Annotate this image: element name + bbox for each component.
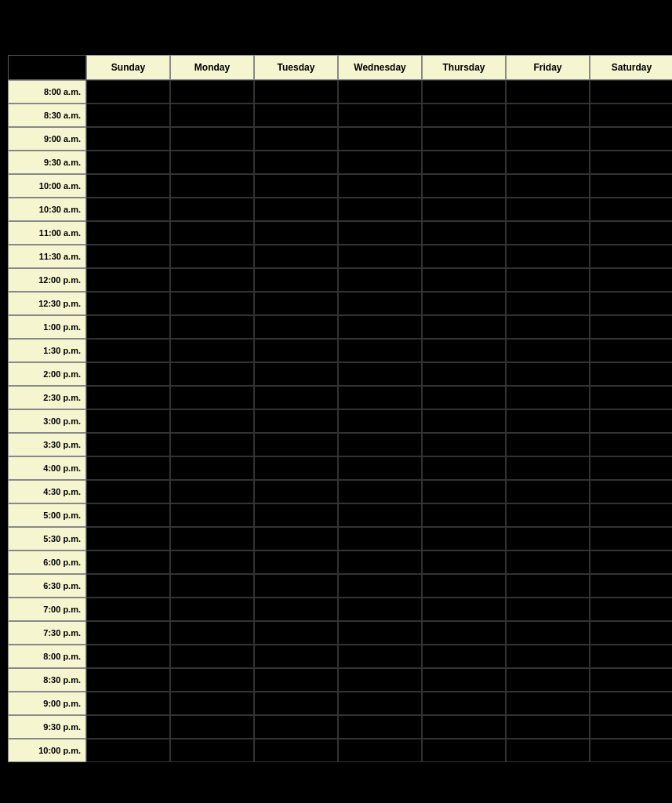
day-time-cell[interactable] <box>254 292 338 315</box>
day-time-cell[interactable] <box>338 480 422 503</box>
day-time-cell[interactable] <box>506 386 590 409</box>
day-time-cell[interactable] <box>86 127 170 151</box>
day-time-cell[interactable] <box>338 621 422 645</box>
day-time-cell[interactable] <box>170 386 254 409</box>
day-time-cell[interactable] <box>86 409 170 433</box>
day-time-cell[interactable] <box>590 292 672 315</box>
day-time-cell[interactable] <box>254 268 338 292</box>
day-time-cell[interactable] <box>254 127 338 151</box>
day-time-cell[interactable] <box>422 739 506 762</box>
day-time-cell[interactable] <box>338 433 422 456</box>
day-time-cell[interactable] <box>422 245 506 268</box>
day-time-cell[interactable] <box>170 409 254 433</box>
day-time-cell[interactable] <box>590 715 672 739</box>
day-time-cell[interactable] <box>86 174 170 198</box>
day-time-cell[interactable] <box>338 386 422 409</box>
day-time-cell[interactable] <box>590 80 672 104</box>
day-time-cell[interactable] <box>590 151 672 174</box>
day-time-cell[interactable] <box>86 692 170 715</box>
day-time-cell[interactable] <box>338 245 422 268</box>
day-time-cell[interactable] <box>422 221 506 245</box>
day-time-cell[interactable] <box>338 127 422 151</box>
day-time-cell[interactable] <box>254 174 338 198</box>
day-time-cell[interactable] <box>254 221 338 245</box>
day-time-cell[interactable] <box>590 645 672 668</box>
day-time-cell[interactable] <box>422 503 506 527</box>
day-time-cell[interactable] <box>170 598 254 621</box>
day-time-cell[interactable] <box>254 645 338 668</box>
day-time-cell[interactable] <box>170 550 254 574</box>
day-time-cell[interactable] <box>254 151 338 174</box>
day-time-cell[interactable] <box>86 645 170 668</box>
day-time-cell[interactable] <box>422 362 506 386</box>
day-time-cell[interactable] <box>338 339 422 362</box>
day-time-cell[interactable] <box>338 574 422 598</box>
day-time-cell[interactable] <box>254 692 338 715</box>
day-time-cell[interactable] <box>254 198 338 221</box>
day-time-cell[interactable] <box>86 550 170 574</box>
day-time-cell[interactable] <box>506 127 590 151</box>
day-time-cell[interactable] <box>254 456 338 480</box>
day-time-cell[interactable] <box>506 198 590 221</box>
day-time-cell[interactable] <box>506 550 590 574</box>
day-time-cell[interactable] <box>422 668 506 692</box>
day-time-cell[interactable] <box>338 692 422 715</box>
day-time-cell[interactable] <box>422 127 506 151</box>
day-time-cell[interactable] <box>254 104 338 127</box>
day-time-cell[interactable] <box>506 645 590 668</box>
day-time-cell[interactable] <box>170 527 254 550</box>
day-time-cell[interactable] <box>422 151 506 174</box>
day-time-cell[interactable] <box>590 127 672 151</box>
day-time-cell[interactable] <box>86 433 170 456</box>
day-time-cell[interactable] <box>170 292 254 315</box>
day-time-cell[interactable] <box>422 386 506 409</box>
day-time-cell[interactable] <box>506 668 590 692</box>
day-time-cell[interactable] <box>170 268 254 292</box>
day-time-cell[interactable] <box>338 550 422 574</box>
day-time-cell[interactable] <box>86 315 170 339</box>
day-time-cell[interactable] <box>338 739 422 762</box>
day-time-cell[interactable] <box>86 739 170 762</box>
day-time-cell[interactable] <box>422 409 506 433</box>
day-time-cell[interactable] <box>170 127 254 151</box>
day-time-cell[interactable] <box>422 315 506 339</box>
day-time-cell[interactable] <box>506 104 590 127</box>
day-time-cell[interactable] <box>506 715 590 739</box>
day-time-cell[interactable] <box>506 574 590 598</box>
day-time-cell[interactable] <box>506 339 590 362</box>
day-time-cell[interactable] <box>590 339 672 362</box>
day-time-cell[interactable] <box>422 198 506 221</box>
day-time-cell[interactable] <box>590 104 672 127</box>
day-time-cell[interactable] <box>254 739 338 762</box>
day-time-cell[interactable] <box>170 198 254 221</box>
day-time-cell[interactable] <box>254 598 338 621</box>
day-time-cell[interactable] <box>86 362 170 386</box>
day-time-cell[interactable] <box>590 692 672 715</box>
day-time-cell[interactable] <box>422 550 506 574</box>
day-time-cell[interactable] <box>506 456 590 480</box>
day-time-cell[interactable] <box>590 480 672 503</box>
day-time-cell[interactable] <box>86 80 170 104</box>
day-time-cell[interactable] <box>590 598 672 621</box>
day-time-cell[interactable] <box>590 668 672 692</box>
day-time-cell[interactable] <box>170 80 254 104</box>
day-time-cell[interactable] <box>338 315 422 339</box>
day-time-cell[interactable] <box>506 480 590 503</box>
day-time-cell[interactable] <box>590 503 672 527</box>
day-time-cell[interactable] <box>338 503 422 527</box>
day-time-cell[interactable] <box>254 715 338 739</box>
day-time-cell[interactable] <box>506 315 590 339</box>
day-time-cell[interactable] <box>338 174 422 198</box>
day-time-cell[interactable] <box>422 174 506 198</box>
day-time-cell[interactable] <box>170 480 254 503</box>
day-time-cell[interactable] <box>254 409 338 433</box>
day-time-cell[interactable] <box>506 292 590 315</box>
day-time-cell[interactable] <box>422 598 506 621</box>
day-time-cell[interactable] <box>590 362 672 386</box>
day-time-cell[interactable] <box>590 221 672 245</box>
day-time-cell[interactable] <box>170 362 254 386</box>
day-time-cell[interactable] <box>422 292 506 315</box>
day-time-cell[interactable] <box>338 104 422 127</box>
day-time-cell[interactable] <box>338 668 422 692</box>
day-time-cell[interactable] <box>86 221 170 245</box>
